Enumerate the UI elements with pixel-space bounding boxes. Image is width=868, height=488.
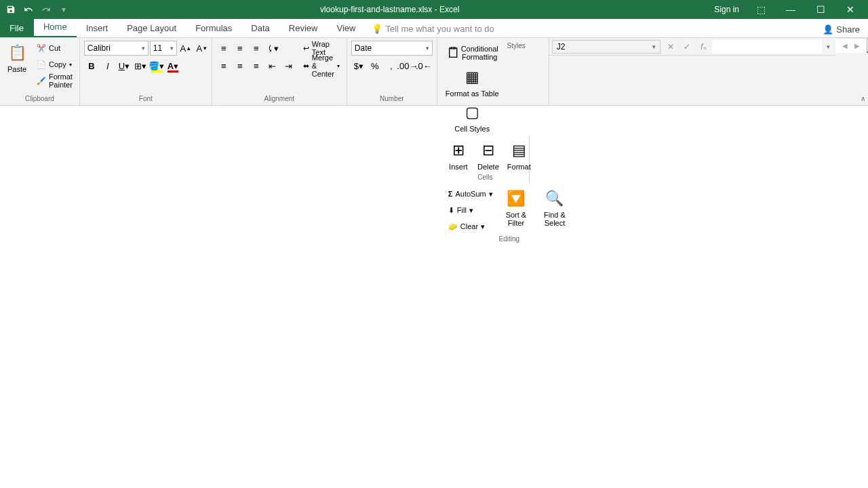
redo-button[interactable] <box>38 1 54 18</box>
merge-center-label: Merge & Center <box>312 54 334 78</box>
undo-button[interactable] <box>20 1 37 18</box>
data-tab[interactable]: Data <box>241 19 279 37</box>
decrease-decimal-button[interactable]: .0← <box>416 58 431 73</box>
quick-access-toolbar: ▾ <box>3 1 72 18</box>
align-middle-button[interactable]: ≡ <box>233 41 248 56</box>
file-tab[interactable]: File <box>0 19 34 37</box>
increase-indent-button[interactable]: ⇥ <box>281 58 296 73</box>
clear-button[interactable]: 🧽Clear▾ <box>446 219 496 234</box>
number-group: Date▾ $▾ % , .00→ .0← Number <box>347 38 437 105</box>
font-name-combo[interactable]: Calibri▾ <box>84 41 149 56</box>
clipboard-group: 📋 Paste ✂️Cut 📄Copy▾ 🖌️Format Painter Cl… <box>0 38 80 105</box>
window-title: vlookup-first-and-lastname.xlsx - Excel <box>72 5 707 14</box>
percent-format-button[interactable]: % <box>368 58 382 73</box>
cut-label: Cut <box>49 44 60 52</box>
maximize-button[interactable]: ☐ <box>806 0 835 19</box>
formulas-tab[interactable]: Formulas <box>186 19 241 37</box>
fill-label: Fill <box>457 206 467 214</box>
enter-formula-button[interactable]: ✓ <box>679 40 696 54</box>
format-as-table-button[interactable]: ▦Format as Table <box>443 65 501 99</box>
editing-group-label: Editing <box>446 234 573 243</box>
sheet-next-button[interactable]: ▶ <box>852 42 863 49</box>
italic-button[interactable]: I <box>100 58 115 73</box>
save-button[interactable] <box>3 1 19 18</box>
align-bottom-button[interactable]: ≡ <box>249 41 264 56</box>
sort-filter-button[interactable]: 🔽Sort & Filter <box>500 186 532 228</box>
merge-icon: ⬌ <box>303 62 309 70</box>
ribbon: 📋 Paste ✂️Cut 📄Copy▾ 🖌️Format Painter Cl… <box>0 38 868 106</box>
home-tab[interactable]: Home <box>34 18 77 37</box>
fill-color-button[interactable]: 🪣▾ <box>149 58 164 73</box>
underline-button[interactable]: U▾ <box>117 58 132 73</box>
alignment-group-label: Alignment <box>216 94 342 102</box>
insert-cells-label: Insert <box>449 163 468 171</box>
search-icon: 🔍 <box>544 188 566 209</box>
alignment-group: ≡ ≡ ≡ ⤹▾ ≡ ≡ ≡ ⇤ ⇥ ↩Wrap Text ⬌Merge & C… <box>212 38 347 105</box>
copy-label: Copy <box>49 60 66 68</box>
increase-font-button[interactable]: A▲ <box>178 41 193 56</box>
merge-center-button[interactable]: ⬌Merge & Center▾ <box>300 58 342 73</box>
expand-formula-bar-button[interactable]: ▾ <box>822 43 835 50</box>
insert-cells-button[interactable]: ⊞Insert <box>446 138 471 172</box>
cond-format-icon: 🗒Conditional Formatting <box>461 42 483 64</box>
fill-button[interactable]: ⬇Fill▾ <box>446 203 496 218</box>
paste-label: Paste <box>7 65 26 73</box>
close-button[interactable]: ✕ <box>835 0 865 19</box>
name-box[interactable]: J2▾ <box>552 40 660 54</box>
align-center-button[interactable]: ≡ <box>233 58 248 73</box>
bold-button[interactable]: B <box>84 58 99 73</box>
minimize-button[interactable]: — <box>776 0 806 19</box>
wrap-icon: ↩ <box>303 44 309 53</box>
table-icon: ▦ <box>461 66 483 88</box>
collapse-ribbon-button[interactable]: ∧ <box>861 95 865 102</box>
copy-button[interactable]: 📄Copy▾ <box>34 57 75 72</box>
insert-function-button[interactable]: fₓ <box>696 40 712 54</box>
clipboard-icon: 📋 <box>6 42 28 64</box>
accounting-format-button[interactable]: $▾ <box>351 58 366 73</box>
orientation-button[interactable]: ⤹▾ <box>265 41 280 56</box>
cancel-formula-button[interactable]: ✕ <box>663 40 679 54</box>
autosum-button[interactable]: ΣAutoSum▾ <box>446 186 496 201</box>
font-size-combo[interactable]: 11▾ <box>150 41 177 56</box>
qa-customize-button[interactable]: ▾ <box>56 1 72 18</box>
sort-filter-label: Sort & Filter <box>502 211 530 227</box>
format-painter-button[interactable]: 🖌️Format Painter <box>34 73 75 88</box>
view-tab[interactable]: View <box>327 19 365 37</box>
increase-decimal-button[interactable]: .00→ <box>400 58 415 73</box>
paste-button[interactable]: 📋 Paste <box>4 41 30 75</box>
font-name-value: Calibri <box>87 43 111 53</box>
ribbon-tabs: File Home Insert Page Layout Formulas Da… <box>0 19 868 38</box>
number-group-label: Number <box>351 94 433 102</box>
borders-button[interactable]: ⊞▾ <box>133 58 148 73</box>
format-as-table-label: Format as Table <box>446 89 499 98</box>
sign-in-button[interactable]: Sign in <box>707 5 746 14</box>
review-tab[interactable]: Review <box>279 19 328 37</box>
align-left-button[interactable]: ≡ <box>216 58 231 73</box>
delete-cells-button[interactable]: ⊟Delete <box>475 138 501 172</box>
conditional-formatting-label: Conditional Formatting <box>461 45 498 61</box>
cut-button[interactable]: ✂️Cut <box>34 41 75 56</box>
tell-me-search[interactable]: 💡 Tell me what you want to do <box>365 20 500 37</box>
align-right-button[interactable]: ≡ <box>249 58 264 73</box>
formula-input[interactable] <box>712 40 822 54</box>
cell-styles-icon: ▢ <box>461 102 483 123</box>
conditional-formatting-button[interactable]: 🗒Conditional Formatting ▦Format as Table… <box>441 41 503 136</box>
page-layout-tab[interactable]: Page Layout <box>117 19 186 37</box>
insert-tab[interactable]: Insert <box>77 19 118 37</box>
number-format-combo[interactable]: Date▾ <box>351 41 433 56</box>
find-select-button[interactable]: 🔍Find & Select <box>536 186 573 228</box>
sort-icon: 🔽 <box>505 188 527 209</box>
sheet-prev-button[interactable]: ◀ <box>840 42 850 49</box>
format-cells-button[interactable]: ▤Format <box>505 138 533 172</box>
share-button[interactable]: 👤 Share <box>814 22 868 37</box>
decrease-font-button[interactable]: A▼ <box>195 41 210 56</box>
align-top-button[interactable]: ≡ <box>216 41 231 56</box>
ribbon-display-options-button[interactable]: ⬚ <box>746 0 776 19</box>
font-color-button[interactable]: A▾ <box>165 58 180 73</box>
name-box-value: J2 <box>557 42 566 52</box>
cells-group-label: Cells <box>446 172 525 181</box>
cell-styles-button[interactable]: ▢Cell Styles <box>452 100 492 134</box>
formula-bar: J2▾ ✕ ✓ fₓ ▾ <box>549 38 835 56</box>
decrease-indent-button[interactable]: ⇤ <box>265 58 280 73</box>
eraser-icon: 🧽 <box>448 222 458 231</box>
